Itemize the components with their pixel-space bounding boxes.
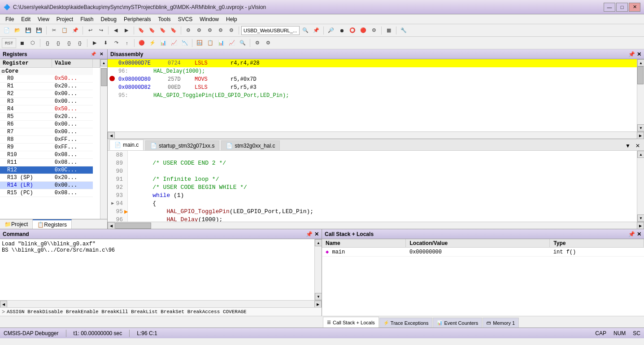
menu-view[interactable]: View [34,15,53,23]
tb-r2[interactable]: ⭕ [348,26,357,35]
tb2-c2[interactable]: ⚡ [148,38,157,48]
tb-b1[interactable]: 🔖 [136,26,146,35]
table-row[interactable]: R6 0x00... [0,121,100,128]
tb2-settings[interactable]: ⚙ [252,38,262,48]
tab-call-stack-locals[interactable]: ☰ Call Stack + Locals [323,317,379,328]
dasm-scroll-up[interactable]: ▲ [637,59,644,66]
table-row[interactable]: R3 0x00... [0,98,100,105]
tb-wrench[interactable]: 🔧 [399,26,409,35]
table-row[interactable]: R5 0x20... [0,113,100,121]
tb2-c7[interactable]: 📋 [205,38,215,48]
tb-b2[interactable]: 🔖 [147,26,157,35]
menu-help[interactable]: Help [222,15,241,23]
tb2-b3[interactable]: {} [43,38,52,48]
table-row[interactable]: R12 0x0C... [0,166,100,174]
scroll-thumb[interactable] [101,68,107,86]
menu-project[interactable]: Project [53,15,77,23]
table-row[interactable]: R8 0xFF... [0,136,100,144]
table-row[interactable]: R1 0x20... [0,83,100,90]
maximize-button[interactable]: □ [616,3,628,12]
code-scroll-left[interactable]: ◀ [108,222,115,229]
tab-project[interactable]: 📁 Project [0,219,33,229]
table-row[interactable]: R13 (SP) 0x20... [0,174,100,182]
tab-hal[interactable]: 📄 stm32g0xx_hal.c [221,140,280,150]
cmd-hscroll-left[interactable]: ◀ [0,301,7,308]
tb2-c10[interactable]: 🔍 [238,38,248,48]
tb-r1[interactable]: ⏺ [337,26,347,35]
tb2-stepout[interactable]: ↑ [122,38,132,48]
table-row[interactable]: R2 0x00... [0,90,100,98]
tb2-c3[interactable]: 📊 [158,38,168,48]
code-hscroll-thumb[interactable] [115,223,151,229]
tb2-rst[interactable]: RST [2,38,16,48]
menu-flash[interactable]: Flash [77,15,97,23]
tb2-run[interactable]: ▶ [90,38,100,48]
tab-memory-1[interactable]: 🗃 Memory 1 [483,318,519,328]
tb-grid[interactable]: ▦ [384,26,394,35]
dasm-scroll-right[interactable]: ▶ [637,132,644,139]
table-row[interactable]: R15 (PC) 0x08... [0,189,100,197]
tb-save[interactable]: 💾 [23,26,33,35]
code-panel-close[interactable]: ✕ [633,141,642,150]
dasm-close-icon[interactable]: ✕ [637,51,641,57]
fold-icon[interactable]: ▶ [111,201,114,206]
tb2-windows[interactable]: 🪟 [195,38,205,48]
menu-svcs[interactable]: SVCS [174,15,196,23]
tb2-b1[interactable]: ⏹ [17,38,27,48]
cmd-vscroll[interactable]: ▲ ▼ [314,239,322,300]
cmd-close-icon[interactable]: ✕ [314,231,319,237]
menu-edit[interactable]: Edit [17,15,34,23]
tab-startup[interactable]: 📄 startup_stm32g071xx.s [145,140,219,150]
tb2-b4[interactable]: {} [53,38,63,48]
dasm-scroll-left[interactable]: ◀ [108,132,115,139]
table-row[interactable]: R14 (LR) 0x00... [0,182,100,189]
tb-redo[interactable]: ↪ [96,26,106,35]
table-row[interactable]: R9 0xFF... [0,144,100,151]
pin-icon[interactable]: 📌 [90,51,96,57]
tb-b4[interactable]: 🔖 [169,26,178,35]
tb-undo[interactable]: ↩ [85,26,95,35]
tb2-b5[interactable]: {} [64,38,74,48]
tb-i3[interactable]: ⚙ [205,26,215,35]
tb-i4[interactable]: ⚙ [216,26,226,35]
tb-fwd[interactable]: ▶ [122,26,131,35]
tb-open[interactable]: 📂 [13,26,22,35]
code-scroll-up[interactable]: ▲ [637,151,644,158]
dasm-pin-icon[interactable]: 📌 [628,51,635,57]
tb-paste[interactable]: 📌 [70,26,80,35]
callstack-row[interactable]: ◆ main 0x00000000 int f() [322,248,644,257]
tb2-c4[interactable]: 📈 [169,38,179,48]
tb-d1[interactable]: 🔍 [300,26,310,35]
tb-b3[interactable]: 🔖 [158,26,168,35]
code-scroll-down[interactable]: ▼ [637,214,644,222]
tb-zoom[interactable]: 🔎 [326,26,336,35]
tab-trace-exceptions[interactable]: ⚡ Trace Exceptions [379,318,433,328]
tb-back[interactable]: ◀ [111,26,121,35]
tab-registers[interactable]: 📋 Registers [33,219,72,229]
cmd-pin-icon[interactable]: 📌 [306,231,313,237]
tb-new[interactable]: 📄 [2,26,12,35]
scroll-up-arrow[interactable]: ▲ [100,59,108,66]
tb2-stepover[interactable]: ↷ [111,38,121,48]
menu-peripherals[interactable]: Peripherals [120,15,155,23]
dasm-scrollbar[interactable]: ▲ ▼ [637,59,644,131]
dasm-scroll-down[interactable]: ▼ [637,124,644,131]
tb2-breakpoints[interactable]: 🔴 [137,38,147,48]
tb2-c9[interactable]: 📈 [227,38,237,48]
table-row[interactable]: R4 0x50... [0,105,100,113]
tb-save2[interactable]: 💾 [34,26,44,35]
tb2-step[interactable]: ⬇ [100,38,110,48]
dasm-scroll-thumb[interactable] [637,66,644,84]
menu-file[interactable]: File [2,15,17,23]
table-row[interactable]: R7 0x00... [0,128,100,136]
code-scrollbar[interactable]: ▲ ▼ [637,151,644,222]
tb-i5[interactable]: ⚙ [226,26,236,35]
tb-copy[interactable]: 📋 [60,26,70,35]
menu-window[interactable]: Window [196,15,222,23]
code-panel-dropdown[interactable]: ▼ [623,141,632,150]
tb2-b6[interactable]: {} [75,38,85,48]
tb-cut[interactable]: ✂ [49,26,59,35]
menu-debug[interactable]: Debug [97,15,120,23]
menu-tools[interactable]: Tools [155,15,174,23]
close-button[interactable]: ✕ [629,3,640,12]
